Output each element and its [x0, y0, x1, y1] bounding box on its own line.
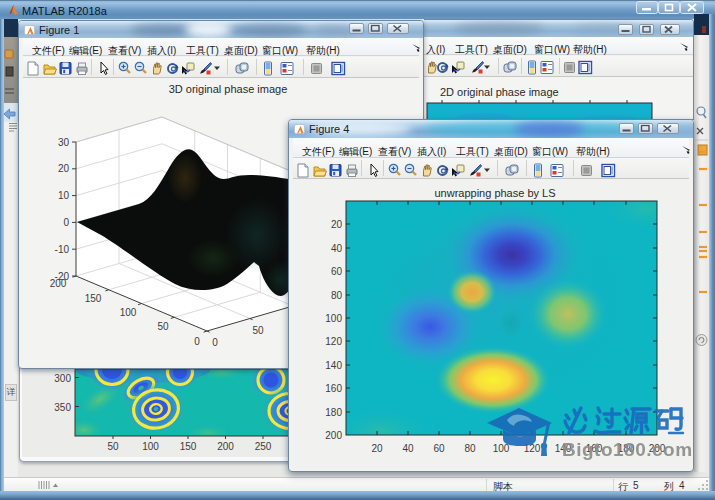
svg-text:200: 200: [217, 441, 234, 452]
svg-text:80: 80: [464, 443, 476, 454]
svg-text:Bigto180.com: Bigto180.com: [562, 439, 693, 460]
svg-text:150: 150: [180, 441, 197, 452]
svg-text:250: 250: [255, 441, 272, 452]
svg-text:100: 100: [325, 313, 342, 324]
svg-text:150: 150: [85, 293, 102, 304]
svg-text:20: 20: [371, 443, 383, 454]
svg-text:0: 0: [212, 337, 218, 348]
svg-text:50: 50: [157, 321, 169, 332]
svg-text:120: 120: [325, 336, 342, 347]
svg-text:20: 20: [331, 219, 343, 230]
svg-text:20: 20: [58, 163, 70, 174]
svg-text:80: 80: [331, 290, 343, 301]
svg-text:0: 0: [63, 217, 69, 228]
svg-text:30: 30: [58, 137, 70, 148]
svg-text:160: 160: [325, 383, 342, 394]
svg-text:unwrapping phase by LS: unwrapping phase by LS: [434, 187, 555, 199]
svg-text:40: 40: [331, 243, 343, 254]
svg-text:300: 300: [54, 373, 71, 384]
svg-text:50: 50: [252, 325, 264, 336]
svg-text:350: 350: [54, 402, 71, 413]
svg-text:100: 100: [142, 441, 159, 452]
svg-text:180: 180: [325, 407, 342, 418]
svg-text:140: 140: [325, 360, 342, 371]
svg-text:0: 0: [194, 336, 200, 347]
svg-text:60: 60: [331, 266, 343, 277]
svg-text:100: 100: [120, 307, 137, 318]
svg-text:50: 50: [107, 441, 119, 452]
svg-text:200: 200: [50, 278, 67, 289]
svg-text:10: 10: [58, 190, 70, 201]
svg-text:40: 40: [402, 443, 414, 454]
svg-text:-10: -10: [55, 244, 70, 255]
svg-text:3D original phase image: 3D original phase image: [169, 83, 288, 95]
svg-text:200: 200: [325, 430, 342, 441]
svg-text:60: 60: [433, 443, 445, 454]
